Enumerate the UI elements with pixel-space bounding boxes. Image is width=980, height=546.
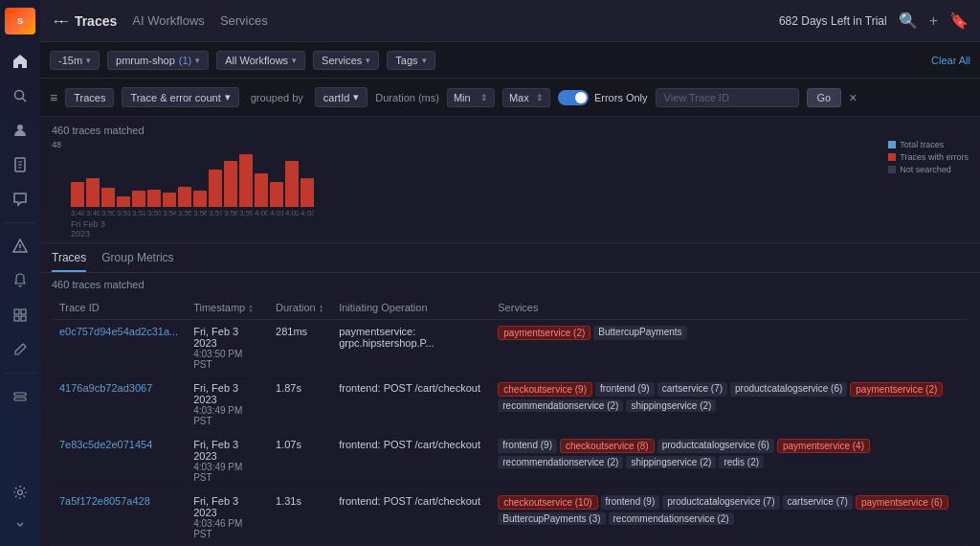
- service-tag: recommendationservice (2): [498, 399, 623, 412]
- chart-bars: [52, 140, 877, 207]
- search-button[interactable]: 🔍: [899, 11, 918, 30]
- traces-select[interactable]: Traces: [65, 88, 114, 107]
- shop-caret: ▾: [195, 56, 200, 65]
- table-row: 4176a9cb72ad3067Fri, Feb 3 20234:03:49 P…: [52, 376, 969, 433]
- toggle-track[interactable]: [558, 90, 589, 105]
- sidebar-grid-icon[interactable]: [5, 300, 35, 330]
- min-input[interactable]: Min ⇕: [447, 88, 495, 107]
- matches-row: 460 traces matched: [40, 273, 980, 296]
- service-tag: productcatalogservice (7): [662, 495, 779, 510]
- col-services: Services: [490, 296, 969, 320]
- x-label: 3:54: [163, 209, 176, 217]
- errors-only-toggle[interactable]: Errors Only: [558, 90, 648, 105]
- workflows-caret: ▾: [292, 56, 297, 65]
- sidebar-edit-icon[interactable]: [5, 334, 35, 365]
- bar-group: [301, 178, 314, 207]
- svg-point-2: [17, 125, 23, 130]
- bar-group: [255, 173, 268, 207]
- grouped-by-label: grouped by: [247, 92, 307, 103]
- operation-cell: frontend: POST /cart/checkout: [331, 489, 490, 546]
- x-label: 4:01: [270, 209, 283, 217]
- time-filter[interactable]: -15m ▾: [50, 51, 100, 70]
- sidebar-expand-icon[interactable]: [5, 508, 35, 538]
- cart-id-select[interactable]: cartId ▾: [315, 87, 368, 107]
- service-tag: shippingservice (2): [626, 456, 716, 468]
- trace-id-link[interactable]: 7a5f172e8057a428: [59, 495, 150, 507]
- trace-error-select[interactable]: Trace & error count ▾: [122, 87, 238, 107]
- service-tag: paymentservice (6): [856, 495, 948, 510]
- nav-services[interactable]: Services: [220, 10, 268, 32]
- service-tag: frontend (9): [498, 439, 557, 453]
- cart-id-caret: ▾: [353, 91, 359, 103]
- max-input[interactable]: Max ⇕: [502, 88, 550, 107]
- sidebar-alert-icon[interactable]: [5, 231, 35, 262]
- x-label: 3:58: [224, 209, 237, 217]
- tags-caret: ▾: [422, 56, 427, 65]
- operation-cell: frontend: POST /cart/checkout: [331, 376, 490, 433]
- sidebar-search-icon[interactable]: [5, 80, 35, 111]
- chart-legend: Total traces Traces with errors Not sear…: [888, 140, 969, 193]
- sidebar-settings-icon[interactable]: [5, 477, 35, 508]
- close-button[interactable]: ×: [849, 90, 857, 105]
- shop-filter[interactable]: pmrum-shop (1) ▾: [107, 51, 209, 70]
- bar-group: [86, 178, 100, 207]
- service-tags: checkoutservice (10)frontend (9)productc…: [498, 495, 961, 525]
- bar-group: [178, 187, 191, 207]
- x-label: 3:56: [193, 209, 207, 217]
- trace-id-link[interactable]: e0c757d94e54ad2c31a...: [59, 326, 178, 337]
- col-timestamp[interactable]: Timestamp ↕: [186, 296, 268, 320]
- sidebar-users-icon[interactable]: [5, 115, 35, 146]
- table-container: Trace ID Timestamp ↕ Duration ↕ Initiati…: [40, 296, 980, 546]
- bar-group: [117, 196, 130, 207]
- trace-id-input[interactable]: View Trace ID: [656, 88, 799, 107]
- sidebar-home-icon[interactable]: [5, 46, 35, 77]
- workflows-filter[interactable]: All Workflows ▾: [216, 51, 305, 70]
- main-content: ← ← Traces AI Workflows Services 682 Day…: [40, 0, 980, 546]
- service-tag: frontend (9): [595, 382, 655, 397]
- tab-traces[interactable]: Traces: [52, 251, 86, 272]
- sidebar-chat-icon[interactable]: [5, 184, 35, 215]
- clear-all[interactable]: Clear All: [931, 55, 970, 66]
- trace-id-link[interactable]: 4176a9cb72ad3067: [59, 382, 152, 394]
- x-label: 4:00: [255, 209, 268, 217]
- sidebar-docs-icon[interactable]: [5, 149, 35, 180]
- sidebar-bell-icon[interactable]: [5, 265, 35, 296]
- bar-group: [239, 154, 253, 207]
- service-tag: checkoutservice (10): [498, 495, 597, 510]
- svg-rect-10: [21, 309, 26, 314]
- service-tag: redis (2): [719, 456, 764, 468]
- filter-icon: ≡: [50, 90, 57, 105]
- error-bar: [71, 182, 84, 207]
- tab-group-metrics[interactable]: Group Metrics: [101, 251, 173, 272]
- table-row: e0c757d94e54ad2c31a...Fri, Feb 3 20234:0…: [52, 320, 969, 376]
- tabs-row: Traces Group Metrics: [40, 243, 980, 273]
- add-button[interactable]: +: [929, 12, 938, 30]
- trace-error-caret: ▾: [225, 91, 231, 103]
- error-bar: [270, 182, 283, 207]
- bookmark-button[interactable]: 🔖: [949, 11, 969, 30]
- trace-id-link[interactable]: 7e83c5de2e071454: [59, 439, 152, 450]
- service-tag: checkoutservice (9): [498, 382, 592, 397]
- services-filter[interactable]: Services ▾: [313, 51, 379, 70]
- service-tags: frontend (9)checkoutservice (8)productca…: [498, 439, 961, 468]
- sidebar-storage-icon[interactable]: [5, 381, 35, 412]
- error-bar: [285, 161, 299, 207]
- timestamp-cell: Fri, Feb 3 20234:03:50 PM PST: [186, 320, 268, 376]
- x-label: 3:51: [117, 209, 130, 217]
- duration-cell: 1.31s: [268, 489, 331, 546]
- topbar: ← ← Traces AI Workflows Services 682 Day…: [40, 0, 980, 42]
- filter-bar: -15m ▾ pmrum-shop (1) ▾ All Workflows ▾ …: [40, 42, 980, 79]
- go-button[interactable]: Go: [807, 88, 842, 107]
- error-bar: [209, 170, 222, 207]
- legend-total: Total traces: [888, 140, 969, 149]
- duration-cell: 281ms: [268, 320, 331, 376]
- tags-filter[interactable]: Tags ▾: [387, 51, 434, 70]
- col-duration[interactable]: Duration ↕: [268, 296, 331, 320]
- app-logo[interactable]: S: [5, 8, 35, 34]
- table-row: 7e83c5de2e071454Fri, Feb 3 20234:03:49 P…: [52, 433, 969, 489]
- nav-ai-workflows[interactable]: AI Workflows: [132, 10, 205, 32]
- bar-group: [163, 193, 176, 207]
- chart-x-labels: 3:483:493:503:513:523:533:543:553:563:57…: [71, 209, 877, 217]
- bar-group: [270, 182, 283, 207]
- service-tag: cartservice (7): [657, 382, 727, 397]
